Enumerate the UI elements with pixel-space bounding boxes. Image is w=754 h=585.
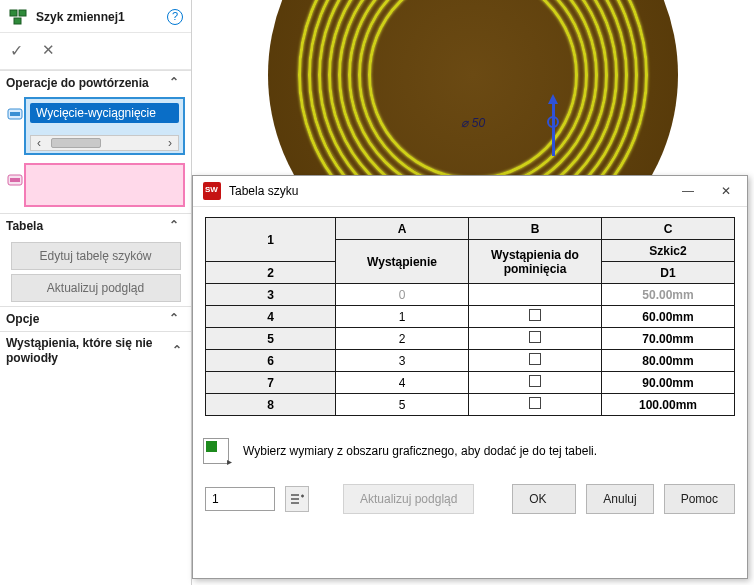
diameter-icon: [461, 116, 468, 130]
h-scrollbar[interactable]: ‹ ›: [30, 135, 179, 151]
ok-button[interactable]: [10, 41, 28, 59]
header-instance[interactable]: Wystąpienie: [336, 240, 469, 284]
section-label: Operacje do powtórzenia: [6, 76, 149, 90]
dialog-help-button[interactable]: Pomoc: [664, 484, 735, 514]
row-head: 3: [206, 284, 336, 306]
dimension-value: 50: [472, 116, 485, 130]
d1-cell[interactable]: 90.00mm: [602, 372, 735, 394]
svg-rect-6: [10, 178, 20, 182]
skip-cell[interactable]: [469, 372, 602, 394]
skip-checkbox[interactable]: [529, 331, 541, 343]
row-head: 6: [206, 350, 336, 372]
instance-cell[interactable]: 5: [336, 394, 469, 416]
minimize-button[interactable]: —: [677, 183, 699, 199]
solidworks-icon: [203, 182, 221, 200]
dimension-annotation[interactable]: 50: [461, 116, 485, 130]
add-rows-input[interactable]: [205, 487, 275, 511]
edit-pattern-table-button[interactable]: Edytuj tabelę szyków: [11, 242, 181, 270]
graphics-viewport[interactable]: 50: [202, 0, 744, 175]
row-head: 7: [206, 372, 336, 394]
skip-checkbox[interactable]: [529, 353, 541, 365]
hint-text: Wybierz wymiary z obszaru graficznego, a…: [243, 444, 597, 458]
chevron-up-icon: [169, 75, 185, 91]
chevron-up-icon: [172, 343, 185, 359]
skip-cell[interactable]: [469, 284, 602, 306]
skip-cell[interactable]: [469, 394, 602, 416]
scroll-track[interactable]: [47, 138, 162, 148]
triad-origin-icon: [547, 116, 559, 128]
row-head: 2: [206, 262, 336, 284]
header-sketch[interactable]: Szkic2: [602, 240, 735, 262]
d1-cell[interactable]: 80.00mm: [602, 350, 735, 372]
section-features-to-pattern[interactable]: Operacje do powtórzenia: [0, 70, 191, 95]
section-options[interactable]: Opcje: [0, 306, 191, 331]
dialog-update-preview-button[interactable]: Aktualizuj podgląd: [343, 484, 474, 514]
add-rows-button[interactable]: [285, 486, 309, 512]
svg-rect-1: [19, 10, 26, 16]
instance-cell[interactable]: 4: [336, 372, 469, 394]
close-button[interactable]: ✕: [715, 183, 737, 199]
export-excel-icon[interactable]: [203, 438, 229, 464]
header-sketch-sub[interactable]: D1: [602, 262, 735, 284]
features-selector-icon[interactable]: [6, 97, 24, 155]
col-letter: A: [336, 218, 469, 240]
skip-cell[interactable]: [469, 350, 602, 372]
row-head: 5: [206, 328, 336, 350]
scroll-thumb[interactable]: [51, 138, 101, 148]
skip-checkbox[interactable]: [529, 375, 541, 387]
faces-selector-icon[interactable]: [6, 163, 24, 207]
skip-cell[interactable]: [469, 306, 602, 328]
section-label: Tabela: [6, 219, 43, 233]
dialog-cancel-button[interactable]: Anuluj: [586, 484, 653, 514]
pattern-table-dialog: Tabela szyku — ✕ 1 A B C Wystąpienie Wys…: [192, 175, 748, 579]
row-head: 8: [206, 394, 336, 416]
col-letter: C: [602, 218, 735, 240]
svg-rect-4: [10, 112, 20, 116]
row-head: 1: [206, 218, 336, 262]
instance-cell[interactable]: 2: [336, 328, 469, 350]
d1-cell[interactable]: 100.00mm: [602, 394, 735, 416]
update-preview-button[interactable]: Aktualizuj podgląd: [11, 274, 181, 302]
header-skip[interactable]: Wystąpienia do pominięcia: [469, 240, 602, 284]
section-failed-instances[interactable]: Wystąpienia, które się nie powiodły: [0, 331, 191, 370]
col-letter: B: [469, 218, 602, 240]
scroll-left-icon[interactable]: ‹: [31, 136, 47, 150]
d1-cell[interactable]: 50.00mm: [602, 284, 735, 306]
pm-title: Szyk zmiennej1: [36, 10, 125, 24]
d1-cell[interactable]: 60.00mm: [602, 306, 735, 328]
dialog-titlebar[interactable]: Tabela szyku — ✕: [193, 176, 747, 207]
section-table[interactable]: Tabela: [0, 213, 191, 238]
section-label: Wystąpienia, które się nie powiodły: [6, 336, 172, 366]
instance-cell[interactable]: 0: [336, 284, 469, 306]
pm-header: Szyk zmiennej1 ?: [0, 0, 191, 33]
triad-axis[interactable]: [552, 100, 555, 156]
svg-rect-2: [14, 18, 21, 24]
chevron-up-icon: [169, 311, 185, 327]
row-head: 4: [206, 306, 336, 328]
instance-cell[interactable]: 3: [336, 350, 469, 372]
section-label: Opcje: [6, 312, 39, 326]
scroll-right-icon[interactable]: ›: [162, 136, 178, 150]
cancel-button[interactable]: [42, 41, 60, 59]
help-icon[interactable]: ?: [167, 9, 183, 25]
feature-item[interactable]: Wycięcie-wyciągnięcie: [30, 103, 179, 123]
dialog-ok-button[interactable]: OK: [512, 484, 576, 514]
variable-pattern-icon: [8, 6, 30, 28]
skip-checkbox[interactable]: [529, 397, 541, 409]
property-manager: Szyk zmiennej1 ? Operacje do powtórzenia…: [0, 0, 192, 585]
ok-cancel-bar: [0, 33, 191, 70]
faces-listbox[interactable]: [24, 163, 185, 207]
skip-checkbox[interactable]: [529, 309, 541, 321]
model-coil: [268, 0, 678, 175]
skip-cell[interactable]: [469, 328, 602, 350]
chevron-up-icon: [169, 218, 185, 234]
dialog-title: Tabela szyku: [229, 184, 298, 198]
d1-cell[interactable]: 70.00mm: [602, 328, 735, 350]
instance-cell[interactable]: 1: [336, 306, 469, 328]
svg-rect-0: [10, 10, 17, 16]
pattern-table[interactable]: 1 A B C Wystąpienie Wystąpienia do pomin…: [205, 217, 735, 416]
features-listbox[interactable]: Wycięcie-wyciągnięcie ‹ ›: [24, 97, 185, 155]
